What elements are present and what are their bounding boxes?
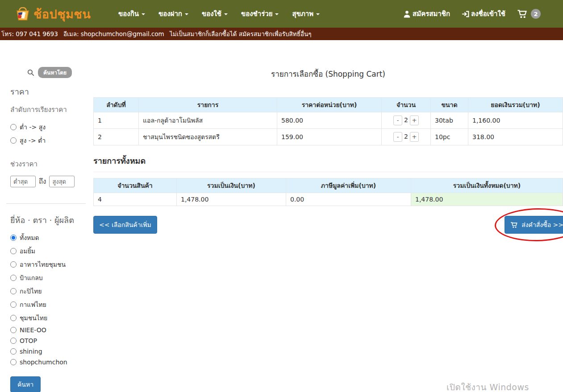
nav-item-label: ของฝาก — [158, 8, 182, 19]
col-header-index: ลำดับที่ — [94, 98, 139, 112]
brand-option[interactable]: อาหารไทยชุมชน — [10, 260, 93, 269]
radio-input[interactable] — [10, 301, 17, 308]
submit-order-wrap: ส่งคำสั่งซื้อ >> — [505, 216, 563, 234]
cart-button[interactable]: 2 — [517, 9, 541, 19]
col-header-vat: ภาษีมูลค่าเพิ่ม(บาท) — [286, 178, 411, 193]
brand-option-label: NIEE-OO — [20, 326, 46, 334]
search-button[interactable]: ค้นหา — [10, 376, 41, 392]
caret-down-icon — [185, 13, 188, 15]
cell-item-count: 4 — [94, 193, 177, 206]
radio-input[interactable] — [10, 359, 17, 365]
brand-option[interactable]: ชุมชนไทย — [10, 313, 93, 323]
caret-down-icon — [142, 13, 145, 15]
brand-heading: ยี่ห้อ · ตรา · ผู้ผลิต — [10, 214, 93, 227]
sort-option-high-low[interactable]: สูง -> ต่ำ — [10, 136, 93, 145]
brand-option[interactable]: shining — [10, 348, 93, 355]
col-header-unit-price: ราคาต่อหน่วย(บาท) — [277, 98, 382, 112]
qty-decrease-button[interactable]: - — [393, 132, 402, 142]
radio-input[interactable] — [10, 315, 17, 321]
radio-input[interactable] — [10, 338, 17, 344]
caret-down-icon — [316, 13, 320, 15]
summary-row: 4 1,478.00 0.00 1,478.00 — [94, 193, 563, 206]
cell-vat: 0.00 — [286, 193, 411, 206]
cell-total: 1,160.00 — [468, 112, 563, 129]
submit-order-button[interactable]: ส่งคำสั่งซื้อ >> — [505, 216, 563, 234]
radio-input[interactable] — [10, 137, 17, 144]
brand-option[interactable]: OTOP — [10, 337, 93, 344]
radio-input[interactable] — [10, 327, 17, 333]
cell-item-name: แอล-กลูต้าอาโมนิพลัส — [139, 112, 277, 129]
cart-count-badge: 2 — [531, 9, 541, 19]
cell-grand-total: 1,478.00 — [411, 193, 563, 206]
qty-value: 2 — [404, 116, 408, 124]
brand-option[interactable]: shopchumchon — [10, 359, 93, 366]
login-link[interactable]: ลงชื่อเข้าใช้ — [462, 8, 505, 19]
cart-table: ลำดับที่ รายการ ราคาต่อหน่วย(บาท) จำนวน … — [93, 97, 563, 145]
sort-option-low-high[interactable]: ต่ำ -> สูง — [10, 122, 93, 132]
brand-option[interactable]: กาแฟไทย — [10, 300, 93, 309]
brand-option-label: shining — [20, 348, 42, 355]
price-range-row: ถึง — [10, 176, 93, 187]
cart-table-header-row: ลำดับที่ รายการ ราคาต่อหน่วย(บาท) จำนวน … — [94, 98, 563, 112]
brand-option[interactable]: กะปิไทย — [10, 286, 93, 296]
caret-down-icon — [224, 13, 228, 15]
radio-input[interactable] — [10, 261, 17, 268]
col-header-item-count: จำนวนสินค้า — [94, 178, 177, 193]
nav-item-label: ของใช้ — [202, 8, 221, 19]
cell-size: 10pc — [431, 129, 468, 145]
register-link[interactable]: สมัครสมาชิก — [403, 8, 450, 19]
nav-item-goods[interactable]: ของใช้ — [202, 8, 228, 19]
radio-input[interactable] — [10, 235, 17, 241]
qty-increase-button[interactable]: + — [410, 132, 419, 142]
col-header-size: ขนาด — [431, 98, 468, 112]
brand-option-label: ทั้งหมด — [20, 233, 39, 243]
cell-index: 2 — [94, 129, 139, 145]
qty-value: 2 — [404, 133, 408, 140]
nav-menu: ของกิน ของฝาก ของใช้ ของชำร่วย สุขภาพ — [118, 8, 320, 19]
qty-decrease-button[interactable]: - — [393, 116, 402, 125]
col-header-item: รายการ — [139, 98, 277, 112]
nav-item-label: ของชำร่วย — [241, 8, 272, 19]
nav-item-food[interactable]: ของกิน — [118, 8, 145, 19]
brand-option-label: อมยิ้ม — [20, 246, 35, 256]
brand-option-all[interactable]: ทั้งหมด — [10, 233, 93, 243]
cart-row: 2 ชาสมุนไพรชนิดซองสูตรสตรี 159.00 -2+ 10… — [94, 129, 563, 145]
basket-logo-icon — [15, 7, 31, 21]
nav-right: สมัครสมาชิก ลงชื่อเข้าใช้ 2 — [403, 8, 541, 19]
brand-option-label: ชุมชนไทย — [20, 313, 47, 323]
brand-option[interactable]: NIEE-OO — [10, 326, 93, 334]
search-by-row: ค้นหาโดย — [27, 67, 93, 78]
cart-row: 1 แอล-กลูต้าอาโมนิพลัส 580.00 -2+ 30tab … — [94, 112, 563, 129]
brand-logo[interactable]: ช้อปชุมชน — [15, 4, 91, 24]
brand-option-label: ป้าแกลบ — [20, 273, 43, 283]
person-icon — [403, 10, 411, 18]
brand-option[interactable]: อมยิ้ม — [10, 246, 93, 256]
navbar: ช้อปชุมชน ของกิน ของฝาก ของใช้ ของชำร่วย… — [0, 0, 563, 28]
nav-item-souvenir[interactable]: ของฝาก — [158, 8, 188, 19]
add-more-items-button[interactable]: << เลือกสินค้าเพิ่ม — [93, 216, 157, 234]
cell-qty: -2+ — [382, 129, 431, 145]
qty-increase-button[interactable]: + — [410, 116, 419, 125]
cell-item-name: ชาสมุนไพรชนิดซองสูตรสตรี — [139, 129, 277, 145]
min-price-input[interactable] — [10, 176, 36, 187]
email-text: อีเมล: shopchumchon@gmail.com — [63, 30, 164, 37]
page-title: รายการเลือกซื้อ (Shopping Cart) — [93, 68, 563, 80]
max-price-input[interactable] — [49, 176, 75, 187]
col-header-subtotal: รวมเป็นเงิน(บาท) — [177, 178, 286, 193]
radio-input[interactable] — [10, 248, 17, 254]
brand-option[interactable]: ป้าแกลบ — [10, 273, 93, 283]
summary-heading: รายการทั้งหมด — [93, 154, 563, 172]
nav-item-health[interactable]: สุขภาพ — [292, 8, 320, 19]
to-label: ถึง — [39, 176, 46, 187]
radio-input[interactable] — [10, 288, 17, 294]
nav-item-gifts[interactable]: ของชำร่วย — [241, 8, 279, 19]
brand-name: ช้อปชุมชน — [33, 4, 91, 24]
brand-option-label: shopchumchon — [20, 359, 67, 366]
login-label: ลงชื่อเข้าใช้ — [471, 8, 505, 19]
brand-option-label: กาแฟไทย — [20, 300, 46, 309]
col-header-qty: จำนวน — [382, 98, 431, 112]
radio-input[interactable] — [10, 348, 17, 355]
radio-input[interactable] — [10, 124, 17, 130]
brand-filter-list: ทั้งหมด อมยิ้ม อาหารไทยชุมชน ป้าแกลบ กะป… — [10, 233, 93, 366]
radio-input[interactable] — [10, 275, 17, 281]
